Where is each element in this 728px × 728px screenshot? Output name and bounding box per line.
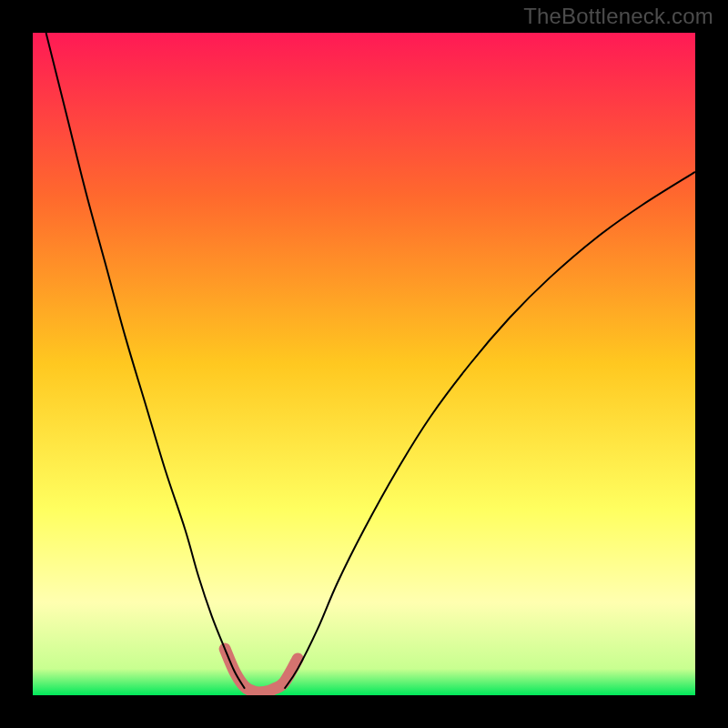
gradient-background [33, 33, 695, 695]
plot-area [33, 33, 695, 695]
chart-svg [33, 33, 695, 695]
watermark-text: TheBottleneck.com [523, 4, 713, 29]
chart-frame: TheBottleneck.com [0, 0, 728, 728]
